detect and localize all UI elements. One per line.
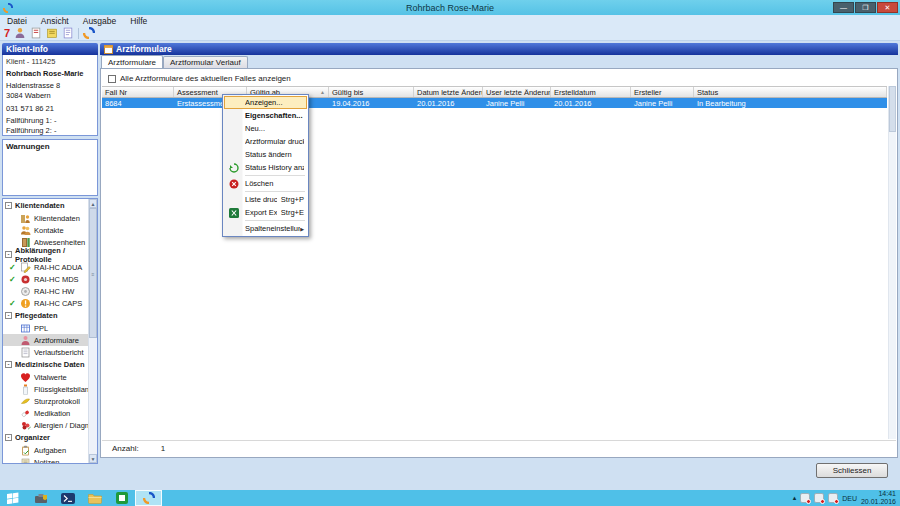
software-center-icon[interactable] — [108, 490, 135, 506]
tab-arztformular-verlauf[interactable]: Arztformular Verlauf — [163, 56, 248, 68]
tray-notification-icon-2[interactable] — [814, 493, 824, 503]
filter-checkbox[interactable] — [108, 75, 116, 83]
client-id-label: Klient - 111425 — [6, 57, 94, 67]
menu-datei[interactable]: Datei — [0, 16, 34, 26]
tree-item-rai-hc-hw[interactable]: RAI-HC HW — [3, 285, 88, 297]
allergien-icon — [20, 420, 31, 431]
context-menu-item-liste-drucken[interactable]: Liste drucken... Strg+P — [224, 193, 307, 206]
column-status[interactable]: Status — [694, 87, 887, 97]
excel-icon — [227, 207, 240, 218]
tree-item-ppl[interactable]: PPL — [3, 322, 88, 334]
maximize-button[interactable]: ❐ — [855, 2, 876, 13]
context-menu-item-loeschen[interactable]: Löschen — [224, 177, 307, 190]
tray-notification-icon-1[interactable] — [800, 493, 810, 503]
tree-item-medikation[interactable]: Medikation — [3, 407, 88, 419]
tree-item-sturzprotokoll[interactable]: Sturzprotokoll — [3, 395, 88, 407]
table-row-selected[interactable]: 8684 Erstassessment 20.01.2016 19.04.201… — [102, 98, 887, 108]
calendar-7-icon[interactable]: 7 — [4, 28, 10, 39]
tree-group-organizer[interactable]: - Organizer — [3, 431, 88, 444]
context-menu-item-anzeigen[interactable]: Anzeigen... — [224, 96, 307, 109]
report-icon[interactable] — [62, 27, 74, 39]
context-menu-item-spalteneinstellungen[interactable]: Spalteneinstellungen ▶ — [224, 222, 307, 235]
rai-adua-icon — [20, 262, 31, 273]
tree-group-medizinische-daten[interactable]: - Medizinische Daten — [3, 358, 88, 371]
schliessen-button[interactable]: Schliessen — [816, 463, 888, 478]
tree-item-rai-hc-mds[interactable]: ✓ RAI-HC MDS — [3, 273, 88, 285]
close-window-button[interactable]: ✕ — [877, 2, 898, 13]
tree-scrollbar-thumb[interactable]: ≡ — [89, 208, 97, 338]
client-icon[interactable] — [14, 27, 26, 39]
scroll-up-icon[interactable]: ▲ — [89, 199, 97, 208]
tree-item-kontakte[interactable]: Kontakte — [3, 224, 88, 236]
active-app-button[interactable] — [135, 490, 162, 506]
column-erstelldatum[interactable]: Erstelldatum — [551, 87, 631, 97]
verlaufsbericht-icon — [20, 347, 31, 358]
menu-hilfe[interactable]: Hilfe — [123, 16, 154, 26]
sort-asc-icon: ▲ — [320, 89, 325, 95]
tree-item-rai-hc-caps[interactable]: ✓ RAI-HC CAPS — [3, 297, 88, 309]
column-user-letzte-aenderung[interactable]: User letzte Änderung — [483, 87, 551, 97]
tree-scrollbar[interactable]: ▲ ≡ ▼ — [88, 199, 97, 463]
tree-group-pflegedaten[interactable]: - Pflegedaten — [3, 309, 88, 322]
shortcut-label: Strg+P — [281, 195, 304, 204]
title-bar: Rohrbach Rose-Marie — ❐ ✕ — [0, 0, 900, 15]
collapse-icon[interactable]: - — [5, 312, 12, 319]
collapse-icon[interactable]: - — [5, 361, 12, 368]
context-menu-item-status-history[interactable]: Status History anzeigen... — [224, 161, 307, 174]
scroll-down-icon[interactable]: ▼ — [89, 454, 97, 463]
start-button[interactable] — [0, 490, 27, 506]
context-menu-item-neu[interactable]: Neu... — [224, 122, 307, 135]
minimize-button[interactable]: — — [833, 2, 854, 13]
document-edit-icon[interactable] — [30, 27, 42, 39]
app-swirl-icon[interactable] — [83, 27, 95, 39]
notizen-icon — [20, 457, 31, 465]
arztformulare-table: Fall Nr Assessment Gültig ab▲ Gültig bis… — [102, 86, 887, 108]
column-gueltig-bis[interactable]: Gültig bis — [329, 87, 414, 97]
menu-ausgabe[interactable]: Ausgabe — [76, 16, 124, 26]
context-menu-item-export-excel[interactable]: Export Excel... Strg+E — [224, 206, 307, 219]
ppl-icon — [20, 323, 31, 334]
table-scrollbar[interactable] — [888, 86, 896, 439]
tree-item-verlaufsbericht[interactable]: Verlaufsbericht — [3, 346, 88, 358]
filter-row: Alle Arztformulare des aktuellen Falles … — [108, 74, 291, 83]
tree-item-allergien-diagnosen[interactable]: Allergien / Diagnosen... — [3, 419, 88, 431]
warnings-box: Warnungen — [2, 139, 98, 196]
tree-item-rai-hc-adua[interactable]: ✓ RAI-HC ADUA — [3, 261, 88, 273]
table-scrollbar-thumb[interactable] — [889, 86, 896, 132]
tray-notification-icon-3[interactable] — [828, 493, 838, 503]
submenu-arrow-icon: ▶ — [300, 226, 304, 232]
powershell-icon[interactable] — [54, 490, 81, 506]
sturzprotokoll-icon — [20, 396, 31, 407]
language-indicator[interactable]: DEU — [842, 495, 857, 502]
delete-icon — [227, 178, 240, 189]
system-tray: ▴ DEU 14:41 20.01.2016 — [793, 490, 898, 506]
context-menu-item-status-aendern[interactable]: Status ändern — [224, 148, 307, 161]
tree-item-aufgaben[interactable]: Aufgaben — [3, 444, 88, 456]
menu-ansicht[interactable]: Ansicht — [34, 16, 76, 26]
context-menu-item-arztformular-drucken[interactable]: Arztformular drucken... — [224, 135, 307, 148]
context-menu: Anzeigen... Eigenschaften... Neu... Arzt… — [222, 94, 309, 237]
collapse-icon[interactable]: - — [5, 202, 12, 209]
tree-item-fluessigkeitsbilanz[interactable]: Flüssigkeitsbilanz — [3, 383, 88, 395]
file-explorer-icon[interactable] — [81, 490, 108, 506]
tab-arztformulare[interactable]: Arztformulare — [101, 55, 163, 68]
context-menu-item-eigenschaften[interactable]: Eigenschaften... — [224, 109, 307, 122]
tree-item-notizen[interactable]: Notizen — [3, 456, 88, 464]
column-ersteller[interactable]: Ersteller — [631, 87, 694, 97]
server-manager-icon[interactable] — [27, 490, 54, 506]
collapse-icon[interactable]: - — [5, 251, 12, 258]
tree-group-abklaerungen[interactable]: - Abklärungen / Protokolle — [3, 248, 88, 261]
arztformulare-header: Arztformulare — [100, 43, 898, 55]
medikation-icon — [20, 408, 31, 419]
taskbar-clock[interactable]: 14:41 20.01.2016 — [861, 490, 898, 506]
tree-item-klientendaten[interactable]: Klientendaten — [3, 212, 88, 224]
tree-group-klientendaten[interactable]: - Klientendaten — [3, 199, 88, 212]
column-fall-nr[interactable]: Fall Nr — [102, 87, 174, 97]
tree-item-arztformulare[interactable]: Arztformulare — [3, 334, 88, 346]
tray-expand-icon[interactable]: ▴ — [793, 494, 797, 502]
collapse-icon[interactable]: - — [5, 434, 12, 441]
tree-item-vitalwerte[interactable]: Vitalwerte — [3, 371, 88, 383]
note-icon[interactable] — [46, 27, 58, 39]
fluessigkeitsbilanz-icon — [20, 384, 31, 395]
column-datum-letzte-aenderung[interactable]: Datum letzte Änderung — [414, 87, 483, 97]
